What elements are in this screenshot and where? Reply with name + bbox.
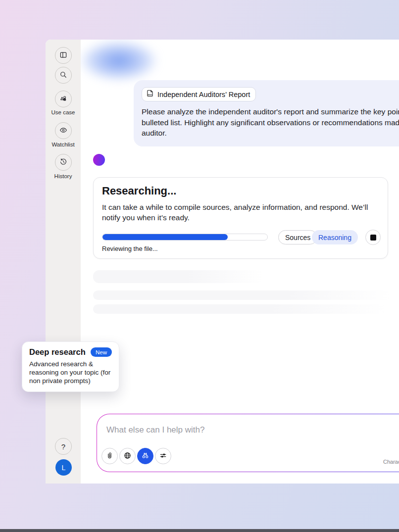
doc-file-icon: DOC [147, 90, 154, 99]
user-message-line: Please analyze the independent auditor's… [142, 106, 399, 117]
sidebar-item-label: Use case [46, 109, 81, 115]
user-message-line: auditor. [142, 128, 399, 139]
message-input[interactable] [106, 425, 314, 435]
user-message-line: bulleted list. Highlight any significant… [142, 117, 399, 128]
shapes-icon [59, 94, 68, 104]
research-status-card: Researching... It can take a while to co… [93, 177, 388, 259]
question-mark-icon: ? [61, 442, 65, 451]
progress-fill [102, 234, 228, 240]
eye-icon [59, 126, 68, 136]
deep-research-tooltip: Deep research New Advanced research & re… [22, 341, 119, 392]
assistant-avatar [93, 154, 105, 166]
skeleton-line [93, 304, 389, 314]
stop-square-icon [370, 235, 376, 241]
globe-icon [123, 451, 132, 461]
sidebar-toggle-button[interactable] [55, 47, 72, 64]
character-counter: Charact [383, 459, 399, 465]
user-avatar[interactable]: L [55, 459, 72, 476]
sidebar-item-history[interactable] [55, 154, 72, 171]
new-badge: New [91, 347, 112, 357]
reasoning-button[interactable]: Reasoning [312, 230, 358, 244]
preferences-button[interactable] [155, 448, 171, 464]
skeleton-line [93, 290, 392, 300]
user-message-text: Please analyze the independent auditor's… [142, 106, 399, 139]
status-title: Researching... [102, 185, 176, 197]
search-icon [59, 70, 68, 81]
sidebar: Use case Watchlist History ? L [46, 40, 81, 484]
sidebar-item-watchlist[interactable] [55, 122, 72, 139]
composer: Charact [97, 414, 399, 472]
web-search-button[interactable] [119, 448, 136, 464]
svg-text:DOC: DOC [148, 94, 152, 96]
attachment-label: Independent Auditors’ Report [157, 91, 250, 98]
tooltip-title: Deep research [29, 347, 86, 357]
bottom-edge-bar [0, 529, 399, 532]
blurred-logo-blob [79, 40, 158, 82]
deep-research-button[interactable] [137, 448, 153, 464]
sidebar-item-use-case[interactable] [55, 91, 72, 107]
attachment-chip[interactable]: DOC Independent Auditors’ Report [142, 87, 256, 101]
progress-caption: Reviewing the file... [102, 245, 158, 252]
user-message-bubble: DOC Independent Auditors’ Report Please … [134, 80, 399, 146]
history-clock-icon [59, 157, 68, 168]
binoculars-icon [141, 451, 150, 461]
stop-button[interactable] [365, 230, 381, 245]
sidebar-item-label: History [46, 173, 81, 179]
search-button[interactable] [55, 67, 72, 84]
skeleton-line [93, 270, 264, 283]
tooltip-description: Advanced research & reasoning on your to… [29, 360, 112, 385]
paperclip-icon [105, 451, 114, 461]
attach-button[interactable] [101, 448, 118, 464]
app-window: Use case Watchlist History ? L DOC Indep… [46, 40, 399, 484]
status-description: It can take a while to compile sources, … [102, 202, 382, 223]
help-button[interactable]: ? [55, 438, 72, 455]
progress-bar [102, 234, 268, 241]
sidebar-item-label: Watchlist [46, 142, 81, 147]
sliders-icon [159, 451, 167, 461]
panel-layout-icon [59, 50, 68, 61]
